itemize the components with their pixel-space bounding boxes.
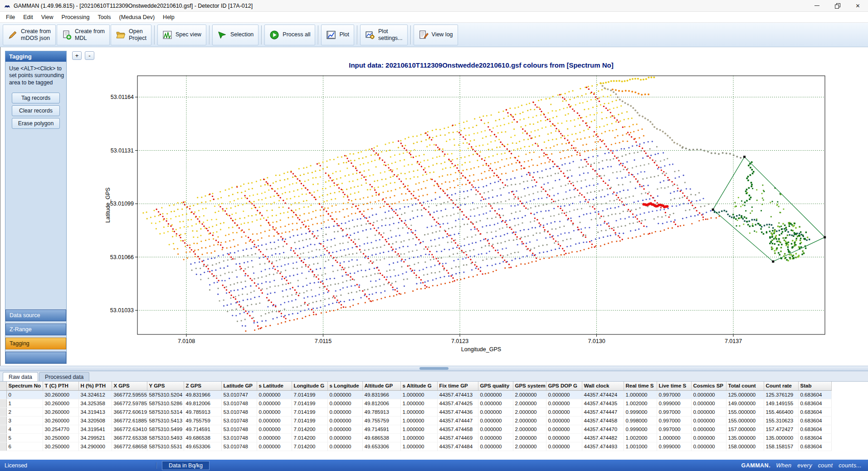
window-title: GAMMAN (1.49.96.815) - [20210610T112309O… [14, 3, 253, 9]
column-header-s-latitude[interactable]: s Latitude [257, 382, 292, 390]
zoom-in-button[interactable]: + [72, 51, 82, 60]
accordion-strip[interactable] [5, 352, 66, 363]
selection-button[interactable]: Selection [212, 25, 258, 45]
column-header-longitude-g[interactable]: Longitude G [292, 382, 327, 390]
process-all-button[interactable]: Process all [264, 25, 315, 45]
raw-data-table: Spectrum NoT (C) PTHH (%) PTHX GPSY GPSZ… [0, 382, 832, 451]
column-header-cosmics-sp[interactable]: Cosmics SP [691, 382, 726, 390]
tab-processed-data[interactable]: Processed data [39, 372, 89, 381]
column-header-gps-system[interactable]: GPS system [513, 382, 546, 390]
spec-view-button[interactable]: Spec view [157, 25, 206, 45]
table-row[interactable]: 430.25477034.319541366772.634105875310.5… [0, 425, 831, 433]
row-selector[interactable] [0, 433, 6, 442]
table-cell: 0.683604 [798, 442, 831, 451]
row-selector[interactable] [0, 416, 6, 425]
table-cell: 53.010748 [221, 425, 257, 433]
column-header-real-time-s[interactable]: Real time S [624, 382, 657, 390]
row-selector[interactable] [0, 407, 6, 416]
create-from-mdos-json-button[interactable]: Create from mDOS json [3, 25, 56, 45]
table-cell: 0.683604 [798, 433, 831, 442]
table-cell: 49.812006 [184, 399, 221, 407]
plot-settings-icon [365, 30, 375, 40]
toolbar-separator [357, 25, 357, 44]
close-button[interactable]: ✕ [848, 0, 868, 11]
tag-records-button[interactable]: Tag records [12, 93, 60, 103]
menu-item-view[interactable]: View [37, 13, 58, 22]
table-cell: 155.310623 [764, 416, 798, 425]
column-header-gps-quality[interactable]: GPS quality [478, 382, 513, 390]
column-header-wall-clock[interactable]: Wall clock [582, 382, 624, 390]
table-row[interactable]: 130.26000034.325358366772.597855875310.5… [0, 399, 831, 407]
open-project-button[interactable]: Open Project [111, 25, 151, 45]
table-cell: 0.000000 [546, 390, 582, 399]
column-header-s-altitude-g[interactable]: s Altitude G [400, 382, 437, 390]
plot-button[interactable]: Plot [321, 25, 354, 45]
erase-polygon-button[interactable]: Erase polygon [12, 118, 60, 129]
menu-item-processing[interactable]: Processing [58, 13, 94, 22]
column-header-total-count[interactable]: Total count [726, 382, 764, 390]
accordion-item-data-source[interactable]: Data source [5, 309, 66, 321]
menu-item-medusa-dev[interactable]: (Medusa Dev) [115, 13, 159, 22]
row-selector[interactable] [0, 442, 6, 451]
create-from-mdl-button[interactable]: Create from MDL [57, 25, 110, 45]
accordion-item-z-range[interactable]: Z-Range [5, 324, 66, 335]
table-row[interactable]: 030.26000034.324612366772.595555875310.5… [0, 390, 831, 399]
table-container: Spectrum NoT (C) PTHH (%) PTHX GPSY GPSZ… [0, 382, 868, 451]
column-header-spectrum-no[interactable]: Spectrum No [6, 382, 43, 390]
column-header-x-gps[interactable]: X GPS [112, 382, 147, 390]
table-cell: 1.000000 [624, 390, 657, 399]
scatter-plot[interactable]: 7.01087.01157.01237.01307.013753.0103353… [68, 47, 868, 366]
table-cell: 53.010747 [221, 390, 257, 399]
table-row[interactable]: 230.26000034.319413366772.606195875310.5… [0, 407, 831, 416]
svg-text:53.01131: 53.01131 [111, 147, 134, 154]
column-header-stab[interactable]: Stab [798, 382, 831, 390]
column-header-fix-time-gp[interactable]: Fix time GP [437, 382, 478, 390]
column-header-gps-dop-g[interactable]: GPS DOP G [546, 382, 582, 390]
row-selector[interactable] [0, 425, 6, 433]
restore-icon [835, 3, 840, 8]
row-selector[interactable] [0, 390, 6, 399]
column-header-latitude-gp[interactable]: Latitude GP [221, 382, 257, 390]
menu-item-edit[interactable]: Edit [19, 13, 37, 22]
splitter[interactable] [0, 366, 868, 371]
column-header-z-gps[interactable]: Z GPS [184, 382, 221, 390]
svg-text:7.0137: 7.0137 [725, 338, 742, 344]
restore-button[interactable] [827, 0, 848, 11]
table-cell: 5875310.5493 [147, 433, 184, 442]
table-cell: 30.260000 [43, 390, 78, 399]
menu-item-tools[interactable]: Tools [93, 13, 115, 22]
table-cell: 49.831966 [184, 390, 221, 399]
menu-item-file[interactable]: File [2, 13, 19, 22]
select-all-corner[interactable] [0, 382, 6, 390]
table-row[interactable]: 530.25000034.299521366772.653385875310.5… [0, 433, 831, 442]
zoom-out-button[interactable]: - [85, 51, 94, 60]
tab-raw-data[interactable]: Raw data [3, 372, 38, 381]
minimize-button[interactable] [807, 0, 827, 11]
accordion-item-tagging[interactable]: Tagging [5, 338, 66, 349]
column-header-t-c-pth[interactable]: T (C) PTH [43, 382, 78, 390]
table-row[interactable]: 330.26000034.320508366772.618855875310.5… [0, 416, 831, 425]
table-cell: 1.002000 [624, 399, 657, 407]
row-selector[interactable] [0, 399, 6, 407]
column-header-y-gps[interactable]: Y GPS [147, 382, 184, 390]
view-log-button[interactable]: View log [414, 25, 458, 45]
clear-records-button[interactable]: Clear records [12, 105, 60, 116]
table-cell: 0.000000 [691, 407, 726, 416]
table-cell: 0.000000 [546, 425, 582, 433]
brand-text: GAMMAN. [741, 462, 771, 469]
column-header-live-time-s[interactable]: Live time S [657, 382, 691, 390]
menu-item-help[interactable]: Help [159, 13, 179, 22]
table-row[interactable]: 630.25000034.290000366772.686585875310.5… [0, 442, 831, 451]
column-header-s-longitude[interactable]: s Longitude [327, 382, 362, 390]
table-cell: 366772.65338 [112, 433, 147, 442]
column-header-h-pth[interactable]: H (%) PTH [78, 382, 112, 390]
plot-settings-button[interactable]: Plot settings... [360, 25, 408, 45]
table-cell: 2.000000 [513, 416, 546, 425]
svg-text:Input data: 20210610T112309Ons: Input data: 20210610T112309Onstwedde2021… [349, 61, 614, 69]
plot-chart-icon [326, 30, 336, 40]
table-cell: 44357.474458 [582, 416, 624, 425]
table-cell: 2.000000 [513, 425, 546, 433]
table-cell: 1.002000 [624, 433, 657, 442]
column-header-count-rate[interactable]: Count rate [764, 382, 798, 390]
column-header-altitude-gp[interactable]: Altitude GP [362, 382, 400, 390]
